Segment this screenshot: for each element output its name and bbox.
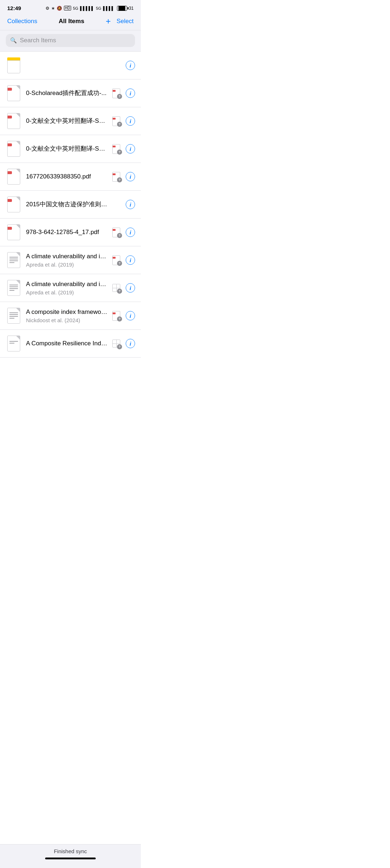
item-title: A composite index framewor... xyxy=(26,308,108,316)
item-actions: ? i xyxy=(110,143,135,155)
battery-percent: 31 xyxy=(129,6,134,11)
add-button[interactable]: + xyxy=(106,17,111,26)
info-button[interactable]: i xyxy=(126,200,135,209)
attachment-icon: ? xyxy=(110,226,122,238)
item-content: 978-3-642-12785-4_17.pdf xyxy=(26,228,108,236)
item-title: 2015中国文物古迹保护准则.pdf xyxy=(26,200,108,208)
page-title: All Items xyxy=(59,18,84,25)
item-title: 978-3-642-12785-4_17.pdf xyxy=(26,228,108,236)
signal-5g-2-icon: 5G xyxy=(96,6,101,10)
item-icon xyxy=(6,334,22,353)
item-content: A climate vulnerability and im... Apreda… xyxy=(26,280,108,295)
item-title: A climate vulnerability and im... xyxy=(26,280,108,288)
search-container: 🔍 Search Items xyxy=(0,30,141,51)
item-subtitle: Nickdoost et al. (2024) xyxy=(26,317,108,323)
item-title: 1677206339388350.pdf xyxy=(26,173,108,181)
item-actions: i xyxy=(110,200,135,209)
select-button[interactable]: Select xyxy=(117,18,134,25)
item-content: 0-文献全文中英对照翻译-Sch... xyxy=(26,145,108,153)
item-content: 0-Scholaread插件配置成功-... xyxy=(26,89,108,97)
info-button[interactable]: i xyxy=(126,172,135,181)
nav-right-actions: + Select xyxy=(106,17,134,26)
item-subtitle: Apreda et al. (2019) xyxy=(26,262,108,268)
item-actions: ? i xyxy=(110,226,135,238)
item-actions: ? i xyxy=(110,282,135,294)
item-title: 0-Scholaread插件配置成功-... xyxy=(26,89,108,97)
items-list: i 0-Scholaread插件配置成功-... ? i xyxy=(0,52,141,358)
item-title: A climate vulnerability and im... xyxy=(26,252,108,260)
item-icon xyxy=(6,195,22,214)
item-actions: ? i xyxy=(110,254,135,266)
mute-icon: 🔕 xyxy=(57,6,62,11)
item-content: A climate vulnerability and im... Apreda… xyxy=(26,252,108,267)
list-item[interactable]: A climate vulnerability and im... Apreda… xyxy=(0,274,141,302)
status-time: 12:49 xyxy=(7,5,21,11)
info-button[interactable]: i xyxy=(126,228,135,237)
hd-icon: HD xyxy=(64,6,71,10)
item-content: A Composite Resilience Inde... xyxy=(26,340,108,347)
nav-bar: Collections All Items + Select xyxy=(0,14,141,30)
list-item[interactable]: 0-文献全文中英对照翻译-Sch... ? i xyxy=(0,107,141,135)
attachment-icon: ? xyxy=(110,143,122,155)
signal-bars-icon: ▌▌▌▌▌ xyxy=(80,6,94,10)
list-item[interactable]: i xyxy=(0,52,141,79)
item-actions: ? i xyxy=(110,310,135,321)
item-icon xyxy=(6,251,22,269)
list-item[interactable]: A climate vulnerability and im... Apreda… xyxy=(0,246,141,274)
attachment-icon: ? xyxy=(110,171,122,182)
item-icon xyxy=(6,84,22,103)
attachment-icon: ? xyxy=(110,254,122,266)
item-title: 0-文献全文中英对照翻译-Sch... xyxy=(26,145,108,153)
search-bar[interactable]: 🔍 Search Items xyxy=(6,34,135,47)
attachment-icon: ? xyxy=(110,310,122,321)
item-actions: ? i xyxy=(110,338,135,349)
info-button[interactable]: i xyxy=(126,116,135,126)
attachment-icon: ? xyxy=(110,338,122,349)
attachment-icon: ? xyxy=(110,87,122,99)
info-button[interactable]: i xyxy=(126,144,135,154)
list-item[interactable]: A Composite Resilience Inde... ? i xyxy=(0,330,141,358)
status-bar: 12:49 ⚙ ∗ 🔕 HD 5G ▌▌▌▌▌ 5G ▌▌▌▌ 31 xyxy=(0,0,141,14)
item-actions: ? i xyxy=(110,171,135,182)
settings-icon: ⚙ xyxy=(46,6,49,11)
info-button[interactable]: i xyxy=(126,255,135,265)
item-content: 1677206339388350.pdf xyxy=(26,173,108,181)
search-input[interactable]: Search Items xyxy=(20,37,56,44)
info-button[interactable]: i xyxy=(126,311,135,320)
battery-icon xyxy=(117,6,127,11)
signal-5g-icon: 5G xyxy=(73,6,78,10)
collections-button[interactable]: Collections xyxy=(7,18,37,25)
item-content: A composite index framewor... Nickdoost … xyxy=(26,308,108,323)
list-item[interactable]: 1677206339388350.pdf ? i xyxy=(0,163,141,191)
info-button[interactable]: i xyxy=(126,88,135,98)
item-content: 2015中国文物古迹保护准则.pdf xyxy=(26,200,108,208)
signal-bars-2-icon: ▌▌▌▌ xyxy=(103,6,114,10)
search-icon: 🔍 xyxy=(10,37,17,44)
item-title: A Composite Resilience Inde... xyxy=(26,340,108,347)
item-content: 0-文献全文中英对照翻译-Sch... xyxy=(26,117,108,125)
item-icon xyxy=(6,306,22,325)
item-subtitle: Apreda et al. (2019) xyxy=(26,289,108,295)
item-icon xyxy=(6,167,22,186)
item-icon xyxy=(6,139,22,158)
item-icon xyxy=(6,223,22,242)
item-actions: i xyxy=(110,61,135,70)
list-item[interactable]: 0-Scholaread插件配置成功-... ? i xyxy=(0,79,141,107)
attachment-icon: ? xyxy=(110,115,122,127)
item-actions: ? i xyxy=(110,87,135,99)
item-title: 0-文献全文中英对照翻译-Sch... xyxy=(26,117,108,125)
item-actions: ? i xyxy=(110,115,135,127)
list-item[interactable]: 0-文献全文中英对照翻译-Sch... ? i xyxy=(0,135,141,163)
info-button[interactable]: i xyxy=(126,339,135,348)
attachment-icon: ? xyxy=(110,282,122,294)
info-button[interactable]: i xyxy=(126,61,135,70)
list-item[interactable]: 978-3-642-12785-4_17.pdf ? i xyxy=(0,219,141,246)
item-icon xyxy=(6,112,22,130)
list-item[interactable]: A composite index framewor... Nickdoost … xyxy=(0,302,141,330)
status-icons: ⚙ ∗ 🔕 HD 5G ▌▌▌▌▌ 5G ▌▌▌▌ 31 xyxy=(46,6,134,11)
bluetooth-icon: ∗ xyxy=(51,6,55,11)
item-icon xyxy=(6,278,22,297)
info-button[interactable]: i xyxy=(126,283,135,293)
item-icon xyxy=(6,56,22,75)
list-item[interactable]: 2015中国文物古迹保护准则.pdf i xyxy=(0,191,141,219)
